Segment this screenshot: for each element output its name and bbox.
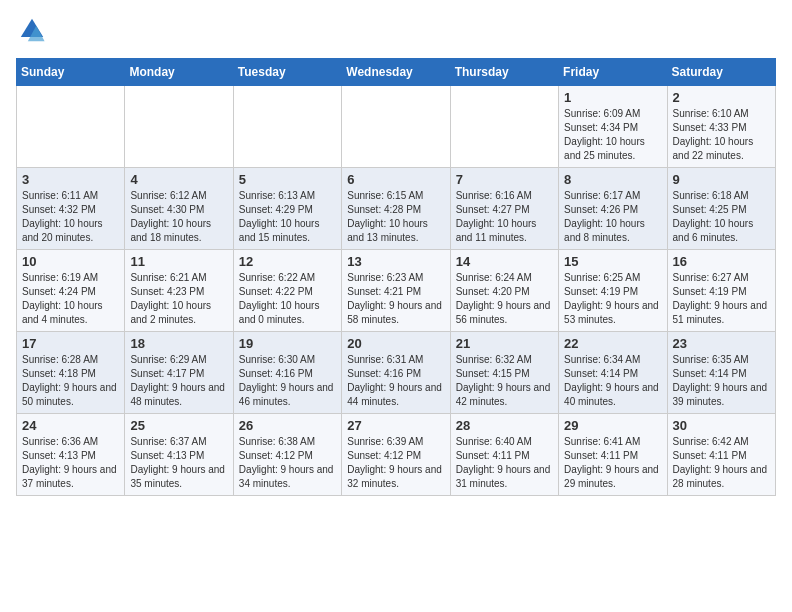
day-number: 29 <box>564 418 661 433</box>
day-info: Sunrise: 6:27 AM Sunset: 4:19 PM Dayligh… <box>673 271 770 327</box>
day-number: 21 <box>456 336 553 351</box>
day-number: 22 <box>564 336 661 351</box>
calendar-cell: 18Sunrise: 6:29 AM Sunset: 4:17 PM Dayli… <box>125 332 233 414</box>
calendar-cell: 10Sunrise: 6:19 AM Sunset: 4:24 PM Dayli… <box>17 250 125 332</box>
day-info: Sunrise: 6:12 AM Sunset: 4:30 PM Dayligh… <box>130 189 227 245</box>
day-number: 17 <box>22 336 119 351</box>
day-number: 14 <box>456 254 553 269</box>
calendar-cell: 6Sunrise: 6:15 AM Sunset: 4:28 PM Daylig… <box>342 168 450 250</box>
calendar-table: SundayMondayTuesdayWednesdayThursdayFrid… <box>16 58 776 496</box>
column-header-monday: Monday <box>125 59 233 86</box>
day-number: 18 <box>130 336 227 351</box>
day-info: Sunrise: 6:10 AM Sunset: 4:33 PM Dayligh… <box>673 107 770 163</box>
day-info: Sunrise: 6:21 AM Sunset: 4:23 PM Dayligh… <box>130 271 227 327</box>
header-row: SundayMondayTuesdayWednesdayThursdayFrid… <box>17 59 776 86</box>
day-info: Sunrise: 6:32 AM Sunset: 4:15 PM Dayligh… <box>456 353 553 409</box>
day-info: Sunrise: 6:16 AM Sunset: 4:27 PM Dayligh… <box>456 189 553 245</box>
day-info: Sunrise: 6:42 AM Sunset: 4:11 PM Dayligh… <box>673 435 770 491</box>
day-number: 5 <box>239 172 336 187</box>
day-info: Sunrise: 6:31 AM Sunset: 4:16 PM Dayligh… <box>347 353 444 409</box>
day-info: Sunrise: 6:39 AM Sunset: 4:12 PM Dayligh… <box>347 435 444 491</box>
day-number: 12 <box>239 254 336 269</box>
logo <box>16 16 46 48</box>
calendar-cell: 26Sunrise: 6:38 AM Sunset: 4:12 PM Dayli… <box>233 414 341 496</box>
day-number: 27 <box>347 418 444 433</box>
day-info: Sunrise: 6:15 AM Sunset: 4:28 PM Dayligh… <box>347 189 444 245</box>
calendar-cell: 17Sunrise: 6:28 AM Sunset: 4:18 PM Dayli… <box>17 332 125 414</box>
day-number: 16 <box>673 254 770 269</box>
calendar-cell: 24Sunrise: 6:36 AM Sunset: 4:13 PM Dayli… <box>17 414 125 496</box>
column-header-sunday: Sunday <box>17 59 125 86</box>
column-header-wednesday: Wednesday <box>342 59 450 86</box>
day-info: Sunrise: 6:40 AM Sunset: 4:11 PM Dayligh… <box>456 435 553 491</box>
day-info: Sunrise: 6:36 AM Sunset: 4:13 PM Dayligh… <box>22 435 119 491</box>
calendar-cell: 13Sunrise: 6:23 AM Sunset: 4:21 PM Dayli… <box>342 250 450 332</box>
day-number: 24 <box>22 418 119 433</box>
day-info: Sunrise: 6:38 AM Sunset: 4:12 PM Dayligh… <box>239 435 336 491</box>
day-number: 11 <box>130 254 227 269</box>
day-info: Sunrise: 6:09 AM Sunset: 4:34 PM Dayligh… <box>564 107 661 163</box>
calendar-cell <box>17 86 125 168</box>
day-number: 13 <box>347 254 444 269</box>
calendar-cell: 4Sunrise: 6:12 AM Sunset: 4:30 PM Daylig… <box>125 168 233 250</box>
column-header-friday: Friday <box>559 59 667 86</box>
calendar-cell: 27Sunrise: 6:39 AM Sunset: 4:12 PM Dayli… <box>342 414 450 496</box>
calendar-cell: 9Sunrise: 6:18 AM Sunset: 4:25 PM Daylig… <box>667 168 775 250</box>
day-info: Sunrise: 6:13 AM Sunset: 4:29 PM Dayligh… <box>239 189 336 245</box>
day-info: Sunrise: 6:19 AM Sunset: 4:24 PM Dayligh… <box>22 271 119 327</box>
day-info: Sunrise: 6:35 AM Sunset: 4:14 PM Dayligh… <box>673 353 770 409</box>
day-number: 2 <box>673 90 770 105</box>
page-header <box>16 16 776 48</box>
day-info: Sunrise: 6:23 AM Sunset: 4:21 PM Dayligh… <box>347 271 444 327</box>
week-row-2: 3Sunrise: 6:11 AM Sunset: 4:32 PM Daylig… <box>17 168 776 250</box>
week-row-1: 1Sunrise: 6:09 AM Sunset: 4:34 PM Daylig… <box>17 86 776 168</box>
week-row-3: 10Sunrise: 6:19 AM Sunset: 4:24 PM Dayli… <box>17 250 776 332</box>
calendar-cell <box>233 86 341 168</box>
calendar-cell: 11Sunrise: 6:21 AM Sunset: 4:23 PM Dayli… <box>125 250 233 332</box>
day-info: Sunrise: 6:30 AM Sunset: 4:16 PM Dayligh… <box>239 353 336 409</box>
day-info: Sunrise: 6:22 AM Sunset: 4:22 PM Dayligh… <box>239 271 336 327</box>
day-number: 25 <box>130 418 227 433</box>
day-info: Sunrise: 6:17 AM Sunset: 4:26 PM Dayligh… <box>564 189 661 245</box>
day-number: 15 <box>564 254 661 269</box>
calendar-cell: 16Sunrise: 6:27 AM Sunset: 4:19 PM Dayli… <box>667 250 775 332</box>
calendar-cell: 3Sunrise: 6:11 AM Sunset: 4:32 PM Daylig… <box>17 168 125 250</box>
day-info: Sunrise: 6:24 AM Sunset: 4:20 PM Dayligh… <box>456 271 553 327</box>
day-number: 30 <box>673 418 770 433</box>
day-number: 6 <box>347 172 444 187</box>
calendar-cell: 30Sunrise: 6:42 AM Sunset: 4:11 PM Dayli… <box>667 414 775 496</box>
day-number: 23 <box>673 336 770 351</box>
day-number: 26 <box>239 418 336 433</box>
day-number: 20 <box>347 336 444 351</box>
column-header-thursday: Thursday <box>450 59 558 86</box>
day-info: Sunrise: 6:34 AM Sunset: 4:14 PM Dayligh… <box>564 353 661 409</box>
day-number: 9 <box>673 172 770 187</box>
day-number: 1 <box>564 90 661 105</box>
logo-icon <box>18 16 46 44</box>
column-header-tuesday: Tuesday <box>233 59 341 86</box>
week-row-5: 24Sunrise: 6:36 AM Sunset: 4:13 PM Dayli… <box>17 414 776 496</box>
day-info: Sunrise: 6:29 AM Sunset: 4:17 PM Dayligh… <box>130 353 227 409</box>
day-number: 8 <box>564 172 661 187</box>
calendar-cell <box>125 86 233 168</box>
calendar-cell: 5Sunrise: 6:13 AM Sunset: 4:29 PM Daylig… <box>233 168 341 250</box>
day-info: Sunrise: 6:18 AM Sunset: 4:25 PM Dayligh… <box>673 189 770 245</box>
calendar-cell: 7Sunrise: 6:16 AM Sunset: 4:27 PM Daylig… <box>450 168 558 250</box>
calendar-cell: 15Sunrise: 6:25 AM Sunset: 4:19 PM Dayli… <box>559 250 667 332</box>
day-info: Sunrise: 6:28 AM Sunset: 4:18 PM Dayligh… <box>22 353 119 409</box>
week-row-4: 17Sunrise: 6:28 AM Sunset: 4:18 PM Dayli… <box>17 332 776 414</box>
day-number: 10 <box>22 254 119 269</box>
calendar-cell: 8Sunrise: 6:17 AM Sunset: 4:26 PM Daylig… <box>559 168 667 250</box>
day-info: Sunrise: 6:37 AM Sunset: 4:13 PM Dayligh… <box>130 435 227 491</box>
calendar-cell: 29Sunrise: 6:41 AM Sunset: 4:11 PM Dayli… <box>559 414 667 496</box>
calendar-cell <box>342 86 450 168</box>
calendar-cell: 21Sunrise: 6:32 AM Sunset: 4:15 PM Dayli… <box>450 332 558 414</box>
calendar-cell: 22Sunrise: 6:34 AM Sunset: 4:14 PM Dayli… <box>559 332 667 414</box>
calendar-cell: 25Sunrise: 6:37 AM Sunset: 4:13 PM Dayli… <box>125 414 233 496</box>
calendar-cell: 19Sunrise: 6:30 AM Sunset: 4:16 PM Dayli… <box>233 332 341 414</box>
day-info: Sunrise: 6:41 AM Sunset: 4:11 PM Dayligh… <box>564 435 661 491</box>
calendar-cell: 1Sunrise: 6:09 AM Sunset: 4:34 PM Daylig… <box>559 86 667 168</box>
day-info: Sunrise: 6:11 AM Sunset: 4:32 PM Dayligh… <box>22 189 119 245</box>
calendar-cell: 28Sunrise: 6:40 AM Sunset: 4:11 PM Dayli… <box>450 414 558 496</box>
day-number: 7 <box>456 172 553 187</box>
